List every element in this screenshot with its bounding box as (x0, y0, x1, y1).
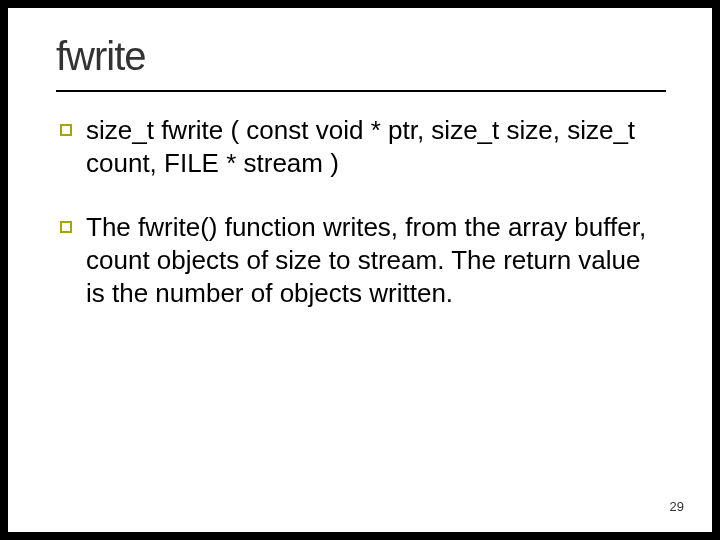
slide: fwrite size_t fwrite ( const void * ptr,… (8, 8, 712, 532)
square-bullet-icon (60, 124, 76, 136)
square-bullet-icon (60, 221, 76, 233)
svg-rect-1 (61, 222, 71, 232)
title-underline (56, 90, 666, 92)
bullet-text: The fwrite() function writes, from the a… (86, 211, 664, 311)
bullet-item: size_t fwrite ( const void * ptr, size_t… (60, 114, 664, 181)
bullet-text: size_t fwrite ( const void * ptr, size_t… (86, 114, 664, 181)
slide-body: size_t fwrite ( const void * ptr, size_t… (60, 114, 664, 340)
slide-title: fwrite (56, 34, 146, 79)
bullet-item: The fwrite() function writes, from the a… (60, 211, 664, 311)
page-number: 29 (670, 499, 684, 514)
svg-rect-0 (61, 125, 71, 135)
